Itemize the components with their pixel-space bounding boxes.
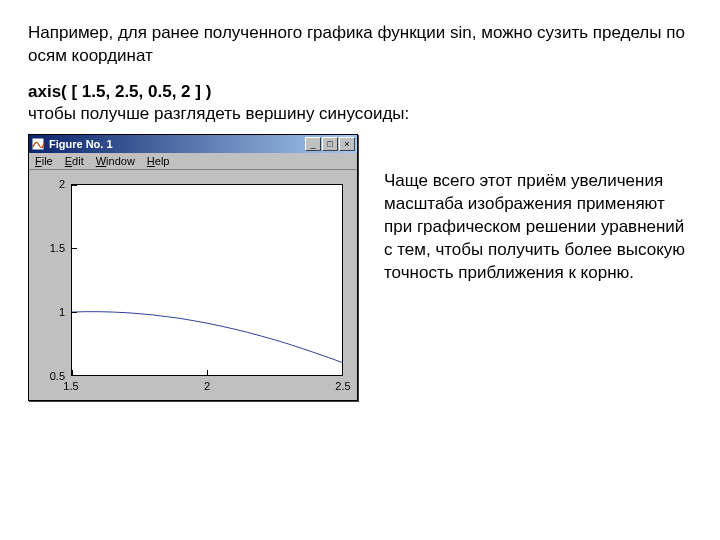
sin-curve bbox=[72, 185, 342, 375]
menubar: File Edit Window Help bbox=[29, 153, 357, 170]
menu-edit[interactable]: Edit bbox=[65, 155, 84, 167]
y-tick-labels: 0.511.52 bbox=[35, 182, 69, 390]
menu-window[interactable]: Window bbox=[96, 155, 135, 167]
intro-text: Например, для ранее полученного графика … bbox=[28, 22, 692, 68]
side-paragraph: Чаще всего этот приём увеличения масштаб… bbox=[384, 134, 692, 285]
plot-area: 0.511.52 1.522.5 bbox=[29, 170, 357, 400]
axes: 0.511.52 1.522.5 bbox=[35, 182, 347, 390]
menu-file[interactable]: File bbox=[35, 155, 53, 167]
figure-window: Figure No. 1 _ □ × File Edit Window Help… bbox=[28, 134, 358, 401]
titlebar[interactable]: Figure No. 1 _ □ × bbox=[29, 135, 357, 153]
minimize-button[interactable]: _ bbox=[305, 137, 321, 151]
menu-help[interactable]: Help bbox=[147, 155, 170, 167]
close-button[interactable]: × bbox=[339, 137, 355, 151]
plot-box bbox=[71, 184, 343, 376]
code-line: axis( [ 1.5, 2.5, 0.5, 2 ] ) bbox=[28, 82, 692, 102]
window-title: Figure No. 1 bbox=[49, 138, 304, 150]
x-tick-labels: 1.522.5 bbox=[71, 380, 343, 394]
matlab-figure-icon bbox=[31, 137, 45, 151]
after-code-text: чтобы получше разглядеть вершину синусои… bbox=[28, 104, 692, 124]
maximize-button[interactable]: □ bbox=[322, 137, 338, 151]
